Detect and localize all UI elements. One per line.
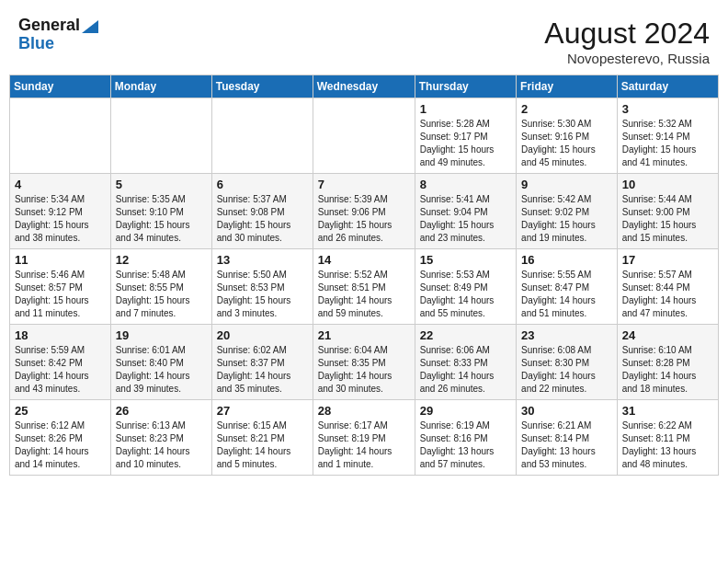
page-header: General Blue August 2024 Novopesterevo, …	[9, 9, 719, 71]
calendar-cell: 16Sunrise: 5:55 AM Sunset: 8:47 PM Dayli…	[517, 249, 618, 325]
day-info: Sunrise: 5:41 AM Sunset: 9:04 PM Dayligh…	[420, 193, 511, 245]
day-info: Sunrise: 5:48 AM Sunset: 8:55 PM Dayligh…	[116, 269, 207, 320]
svg-marker-0	[82, 20, 98, 33]
calendar-cell: 25Sunrise: 6:12 AM Sunset: 8:26 PM Dayli…	[10, 400, 111, 476]
calendar-cell: 14Sunrise: 5:52 AM Sunset: 8:51 PM Dayli…	[313, 249, 415, 325]
calendar-cell: 15Sunrise: 5:53 AM Sunset: 8:49 PM Dayli…	[415, 249, 516, 325]
calendar-cell: 11Sunrise: 5:46 AM Sunset: 8:57 PM Dayli…	[10, 249, 111, 325]
location-subtitle: Novopesterevo, Russia	[544, 51, 710, 66]
day-number: 16	[521, 253, 612, 267]
day-number: 20	[217, 328, 308, 342]
day-number: 5	[116, 178, 207, 191]
day-info: Sunrise: 6:08 AM Sunset: 8:30 PM Dayligh…	[521, 344, 612, 396]
day-info: Sunrise: 6:06 AM Sunset: 8:33 PM Dayligh…	[420, 344, 511, 396]
calendar-cell: 12Sunrise: 5:48 AM Sunset: 8:55 PM Dayli…	[110, 249, 211, 325]
day-number: 1	[420, 102, 511, 116]
header-wednesday: Wednesday	[313, 75, 415, 98]
day-number: 27	[217, 404, 308, 418]
calendar-cell: 23Sunrise: 6:08 AM Sunset: 8:30 PM Dayli…	[517, 325, 618, 400]
day-info: Sunrise: 5:50 AM Sunset: 8:53 PM Dayligh…	[217, 269, 308, 320]
calendar-cell: 2Sunrise: 5:30 AM Sunset: 9:16 PM Daylig…	[517, 98, 618, 174]
day-number: 17	[622, 253, 713, 267]
calendar-cell: 30Sunrise: 6:21 AM Sunset: 8:14 PM Dayli…	[517, 400, 618, 476]
day-info: Sunrise: 5:35 AM Sunset: 9:10 PM Dayligh…	[116, 193, 207, 245]
header-saturday: Saturday	[617, 75, 718, 98]
calendar-cell: 29Sunrise: 6:19 AM Sunset: 8:16 PM Dayli…	[415, 400, 516, 476]
day-number: 10	[622, 178, 713, 191]
calendar-week-4: 18Sunrise: 5:59 AM Sunset: 8:42 PM Dayli…	[10, 325, 719, 400]
day-info: Sunrise: 5:42 AM Sunset: 9:02 PM Dayligh…	[521, 193, 612, 245]
day-number: 13	[217, 253, 308, 267]
day-info: Sunrise: 5:39 AM Sunset: 9:06 PM Dayligh…	[318, 193, 410, 245]
day-info: Sunrise: 6:01 AM Sunset: 8:40 PM Dayligh…	[116, 344, 207, 396]
day-number: 3	[622, 102, 713, 116]
calendar-cell: 10Sunrise: 5:44 AM Sunset: 9:00 PM Dayli…	[617, 174, 718, 249]
calendar-cell	[211, 98, 313, 174]
calendar-cell	[10, 98, 111, 174]
header-sunday: Sunday	[10, 75, 111, 98]
day-info: Sunrise: 5:46 AM Sunset: 8:57 PM Dayligh…	[15, 269, 106, 320]
calendar-cell: 9Sunrise: 5:42 AM Sunset: 9:02 PM Daylig…	[517, 174, 618, 249]
day-number: 7	[318, 178, 410, 191]
day-info: Sunrise: 6:19 AM Sunset: 8:16 PM Dayligh…	[420, 419, 511, 471]
day-number: 23	[521, 328, 612, 342]
day-number: 18	[15, 328, 106, 342]
title-block: August 2024 Novopesterevo, Russia	[544, 17, 710, 66]
day-number: 4	[15, 178, 106, 191]
calendar-table: SundayMondayTuesdayWednesdayThursdayFrid…	[9, 75, 719, 476]
calendar-cell: 7Sunrise: 5:39 AM Sunset: 9:06 PM Daylig…	[313, 174, 415, 249]
day-info: Sunrise: 6:12 AM Sunset: 8:26 PM Dayligh…	[15, 419, 106, 471]
day-info: Sunrise: 6:17 AM Sunset: 8:19 PM Dayligh…	[318, 419, 410, 471]
calendar-cell: 28Sunrise: 6:17 AM Sunset: 8:19 PM Dayli…	[313, 400, 415, 476]
calendar-cell: 4Sunrise: 5:34 AM Sunset: 9:12 PM Daylig…	[10, 174, 111, 249]
day-info: Sunrise: 5:28 AM Sunset: 9:17 PM Dayligh…	[420, 118, 511, 169]
calendar-cell: 6Sunrise: 5:37 AM Sunset: 9:08 PM Daylig…	[211, 174, 313, 249]
calendar-cell: 26Sunrise: 6:13 AM Sunset: 8:23 PM Dayli…	[110, 400, 211, 476]
calendar-cell: 19Sunrise: 6:01 AM Sunset: 8:40 PM Dayli…	[110, 325, 211, 400]
day-info: Sunrise: 5:53 AM Sunset: 8:49 PM Dayligh…	[420, 269, 511, 320]
day-info: Sunrise: 6:22 AM Sunset: 8:11 PM Dayligh…	[622, 419, 713, 471]
calendar-week-1: 1Sunrise: 5:28 AM Sunset: 9:17 PM Daylig…	[10, 98, 719, 174]
day-info: Sunrise: 5:55 AM Sunset: 8:47 PM Dayligh…	[521, 269, 612, 320]
calendar-week-2: 4Sunrise: 5:34 AM Sunset: 9:12 PM Daylig…	[10, 174, 719, 249]
day-info: Sunrise: 5:34 AM Sunset: 9:12 PM Dayligh…	[15, 193, 106, 245]
day-number: 25	[15, 404, 106, 418]
header-tuesday: Tuesday	[211, 75, 313, 98]
calendar-cell: 27Sunrise: 6:15 AM Sunset: 8:21 PM Dayli…	[211, 400, 313, 476]
day-info: Sunrise: 5:59 AM Sunset: 8:42 PM Dayligh…	[15, 344, 106, 396]
calendar-cell: 5Sunrise: 5:35 AM Sunset: 9:10 PM Daylig…	[110, 174, 211, 249]
calendar-week-5: 25Sunrise: 6:12 AM Sunset: 8:26 PM Dayli…	[10, 400, 719, 476]
day-info: Sunrise: 5:30 AM Sunset: 9:16 PM Dayligh…	[521, 118, 612, 169]
day-number: 11	[15, 253, 106, 267]
day-info: Sunrise: 5:57 AM Sunset: 8:44 PM Dayligh…	[622, 269, 713, 320]
day-number: 2	[521, 102, 612, 116]
calendar-cell: 13Sunrise: 5:50 AM Sunset: 8:53 PM Dayli…	[211, 249, 313, 325]
calendar-cell: 22Sunrise: 6:06 AM Sunset: 8:33 PM Dayli…	[415, 325, 516, 400]
calendar-cell: 17Sunrise: 5:57 AM Sunset: 8:44 PM Dayli…	[617, 249, 718, 325]
day-number: 29	[420, 404, 511, 418]
day-number: 30	[521, 404, 612, 418]
calendar-cell	[110, 98, 211, 174]
day-info: Sunrise: 6:15 AM Sunset: 8:21 PM Dayligh…	[217, 419, 308, 471]
header-friday: Friday	[517, 75, 618, 98]
day-number: 8	[420, 178, 511, 191]
month-year-title: August 2024	[544, 17, 710, 51]
day-number: 21	[318, 328, 410, 342]
day-info: Sunrise: 6:04 AM Sunset: 8:35 PM Dayligh…	[318, 344, 410, 396]
day-number: 6	[217, 178, 308, 191]
calendar-cell	[313, 98, 415, 174]
calendar-cell: 20Sunrise: 6:02 AM Sunset: 8:37 PM Dayli…	[211, 325, 313, 400]
calendar-cell: 1Sunrise: 5:28 AM Sunset: 9:17 PM Daylig…	[415, 98, 516, 174]
day-number: 19	[116, 328, 207, 342]
day-number: 9	[521, 178, 612, 191]
logo-blue-text: Blue	[18, 35, 98, 53]
header-thursday: Thursday	[415, 75, 516, 98]
day-info: Sunrise: 6:21 AM Sunset: 8:14 PM Dayligh…	[521, 419, 612, 471]
day-number: 31	[622, 404, 713, 418]
day-number: 14	[318, 253, 410, 267]
day-number: 12	[116, 253, 207, 267]
day-number: 26	[116, 404, 207, 418]
day-number: 15	[420, 253, 511, 267]
day-info: Sunrise: 5:52 AM Sunset: 8:51 PM Dayligh…	[318, 269, 410, 320]
calendar-week-3: 11Sunrise: 5:46 AM Sunset: 8:57 PM Dayli…	[10, 249, 719, 325]
